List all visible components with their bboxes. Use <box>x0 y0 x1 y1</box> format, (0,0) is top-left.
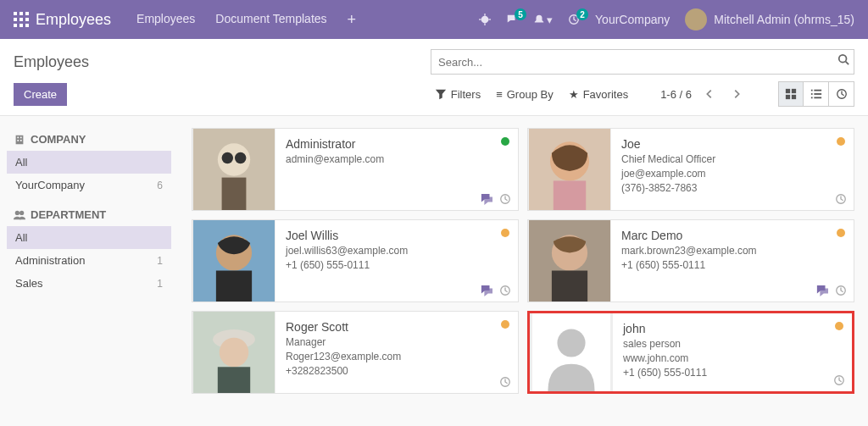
sidebar-dept-item[interactable]: Sales1 <box>7 272 171 295</box>
svg-rect-29 <box>17 136 19 138</box>
employee-card[interactable]: Marc Demomark.brown23@example.com+1 (650… <box>527 219 854 302</box>
messaging-badge: 5 <box>515 8 526 20</box>
status-dot <box>501 137 509 146</box>
sidebar-company-all[interactable]: All <box>7 151 171 174</box>
user-menu[interactable]: Mitchell Admin (ohrms_15) <box>685 8 854 30</box>
users-icon <box>14 209 25 221</box>
employee-email: www.john.com <box>623 352 842 364</box>
activity-icon[interactable]: 2 <box>568 14 580 25</box>
sidebar-dept-item[interactable]: Administration1 <box>7 249 171 272</box>
svg-rect-7 <box>19 24 23 27</box>
svg-rect-20 <box>792 95 796 99</box>
sidebar-company-item[interactable]: YourCompany6 <box>7 174 171 196</box>
svg-rect-5 <box>25 18 29 21</box>
employee-name: Joe <box>621 137 843 151</box>
employee-phone: +1 (650) 555-0111 <box>623 367 842 379</box>
clock-icon[interactable] <box>499 376 511 388</box>
svg-rect-25 <box>810 97 812 99</box>
view-list-button[interactable] <box>804 81 829 107</box>
employee-body: johnsales personwww.john.com+1 (650) 555… <box>613 313 852 391</box>
create-button[interactable]: Create <box>14 83 67 106</box>
svg-rect-56 <box>218 367 250 393</box>
svg-rect-39 <box>222 178 247 210</box>
view-activity-button[interactable] <box>829 81 854 107</box>
search-input[interactable] <box>431 49 854 75</box>
svg-point-34 <box>19 210 24 214</box>
message-icon[interactable] <box>816 285 828 296</box>
svg-rect-18 <box>792 89 796 93</box>
employee-name: Roger Scott <box>286 320 508 334</box>
sidebar-heading-department: DEPARTMENT <box>7 208 171 221</box>
sidebar-item-count: 1 <box>157 255 163 267</box>
clock-icon[interactable] <box>833 374 845 386</box>
employee-card[interactable]: Joel Willisjoel.willis63@example.com+1 (… <box>192 219 519 302</box>
employee-photo <box>528 129 611 210</box>
status-dot <box>837 229 845 237</box>
debug-icon[interactable] <box>479 14 491 25</box>
notifications-icon[interactable]: ▾ <box>533 14 553 26</box>
message-icon[interactable] <box>481 285 492 296</box>
kanban-content: Administratoradmin@example.comJoeChief M… <box>178 116 868 406</box>
nav-menu-document-templates[interactable]: Document Templates <box>215 12 326 27</box>
svg-rect-8 <box>25 24 29 27</box>
messaging-icon[interactable]: 5 <box>506 14 518 25</box>
user-name: Mitchell Admin (ohrms_15) <box>714 13 854 26</box>
svg-point-9 <box>481 16 489 24</box>
sidebar-item-count: 6 <box>157 180 163 191</box>
svg-point-59 <box>557 329 585 357</box>
employee-title: sales person <box>623 338 842 350</box>
clock-icon[interactable] <box>835 285 847 296</box>
control-bar: Employees Create Filters ≡ Group By ★ Fa… <box>0 39 868 116</box>
svg-point-37 <box>222 152 233 163</box>
search-icon[interactable] <box>837 53 849 65</box>
employee-photo <box>192 220 275 302</box>
employee-email: admin@example.com <box>286 153 508 165</box>
svg-rect-21 <box>810 90 812 91</box>
sidebar-item-label: Sales <box>15 277 43 290</box>
svg-rect-28 <box>16 135 24 144</box>
employee-title: Chief Medical Officer <box>621 153 843 165</box>
company-switcher[interactable]: YourCompany <box>595 13 670 26</box>
message-icon[interactable] <box>481 193 492 205</box>
favorites-button[interactable]: ★ Favorites <box>569 88 628 101</box>
svg-rect-17 <box>786 89 790 93</box>
search-options: Filters ≡ Group By ★ Favorites 1-6 / 6 <box>435 81 854 107</box>
employee-name: Administrator <box>286 137 508 151</box>
employee-grid: Administratoradmin@example.comJoeChief M… <box>192 128 854 394</box>
svg-point-33 <box>15 210 19 214</box>
apps-icon[interactable] <box>14 12 29 27</box>
employee-email: joel.willis63@example.com <box>286 245 508 257</box>
activity-badge: 2 <box>576 8 588 20</box>
svg-rect-32 <box>20 140 22 141</box>
card-icons <box>833 374 845 386</box>
filters-button[interactable]: Filters <box>435 88 481 101</box>
svg-rect-47 <box>216 271 252 302</box>
nav-menu-employees[interactable]: Employees <box>136 12 195 27</box>
employee-card[interactable]: johnsales personwww.john.com+1 (650) 555… <box>527 311 854 394</box>
nav-menu-add[interactable]: + <box>348 12 357 27</box>
employee-card[interactable]: Administratoradmin@example.com <box>192 128 519 211</box>
sidebar-item-label: YourCompany <box>15 179 85 191</box>
search-container <box>431 49 854 75</box>
view-kanban-button[interactable] <box>778 81 804 107</box>
svg-rect-19 <box>786 95 790 99</box>
card-icons <box>835 193 847 205</box>
sidebar-dept-all[interactable]: All <box>7 226 171 249</box>
clock-icon[interactable] <box>499 285 511 296</box>
employee-name: Joel Willis <box>286 229 508 242</box>
sidebar-item-count: 1 <box>157 278 163 290</box>
nav-right: 5 ▾ 2 YourCompany Mitchell Admin (ohrms_… <box>479 8 854 30</box>
pager-prev[interactable] <box>700 85 719 103</box>
groupby-button[interactable]: ≡ Group By <box>496 88 554 101</box>
employee-email: mark.brown23@example.com <box>621 245 843 257</box>
employee-title: Manager <box>286 336 508 348</box>
employee-card[interactable]: JoeChief Medical Officerjoe@example.com(… <box>527 128 854 211</box>
status-dot <box>501 229 509 237</box>
pager-next[interactable] <box>727 85 746 103</box>
svg-rect-23 <box>810 93 812 95</box>
clock-icon[interactable] <box>499 193 511 205</box>
employee-card[interactable]: Roger ScottManagerRoger123@example.com+3… <box>192 311 519 394</box>
clock-icon[interactable] <box>835 193 847 205</box>
svg-point-15 <box>839 55 847 63</box>
employee-email: Roger123@example.com <box>286 351 508 362</box>
